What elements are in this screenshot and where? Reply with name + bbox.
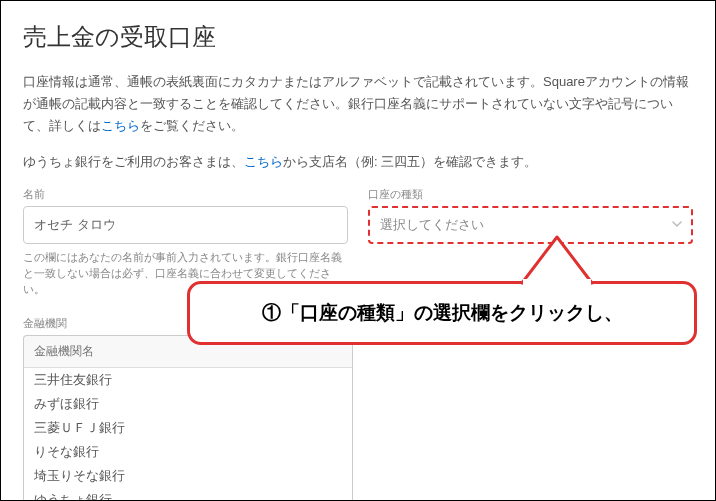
info-paragraph-2: ゆうちょ銀行をご利用のお客さまは、こちらから支店名（例: 三四五）を確認できます…	[23, 151, 693, 173]
info-link-2[interactable]: こちら	[244, 154, 283, 169]
name-input[interactable]	[23, 206, 348, 244]
name-label: 名前	[23, 187, 348, 202]
callout-pointer-icon	[517, 235, 597, 285]
info-text-2a: ゆうちょ銀行をご利用のお客さまは、	[23, 154, 244, 169]
chevron-down-icon	[671, 216, 683, 234]
bank-option[interactable]: ゆうちょ銀行	[24, 488, 352, 501]
annotation-callout: ①「口座の種類」の選択欄をクリックし、	[187, 281, 697, 345]
info-paragraph-1: 口座情報は通常、通帳の表紙裏面にカタカナまたはアルファベットで記載されています。…	[23, 71, 693, 137]
bank-option[interactable]: 埼玉りそな銀行	[24, 464, 352, 488]
bank-option[interactable]: 三井住友銀行	[24, 368, 352, 392]
svg-rect-0	[523, 279, 591, 285]
info-text-2b: から支店名（例: 三四五）を確認できます。	[283, 154, 537, 169]
bank-option[interactable]: 三菱ＵＦＪ銀行	[24, 416, 352, 440]
account-type-label: 口座の種類	[368, 187, 693, 202]
account-type-placeholder: 選択してください	[380, 216, 484, 234]
annotation-text: ①「口座の種類」の選択欄をクリックし、	[187, 281, 697, 345]
info-text-1b: をご覧ください。	[140, 118, 244, 133]
bank-option[interactable]: りそな銀行	[24, 440, 352, 464]
page-title: 売上金の受取口座	[23, 21, 693, 53]
info-link-1[interactable]: こちら	[101, 118, 140, 133]
bank-list: 三井住友銀行 みずほ銀行 三菱ＵＦＪ銀行 りそな銀行 埼玉りそな銀行 ゆうちょ銀…	[23, 367, 353, 501]
bank-option[interactable]: みずほ銀行	[24, 392, 352, 416]
